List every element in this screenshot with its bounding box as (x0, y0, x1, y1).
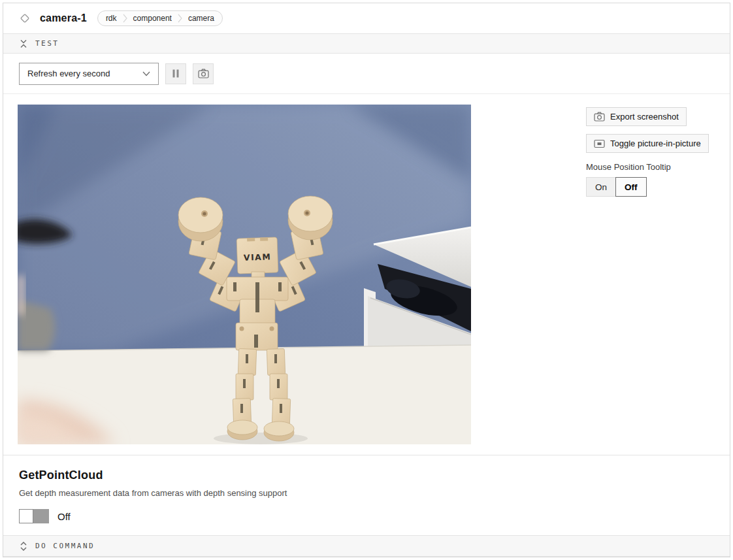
pause-icon (172, 69, 180, 78)
refresh-rate-select[interactable]: Refresh every second (19, 63, 159, 85)
picture-in-picture-icon (594, 139, 605, 148)
camera-icon (198, 69, 209, 78)
collapse-icon (20, 39, 27, 48)
export-screenshot-button[interactable]: Export screenshot (586, 107, 687, 126)
mouse-tooltip-toggle-group: On Off (586, 177, 647, 197)
chevron-down-icon (142, 71, 150, 76)
toggle-pip-label: Toggle picture-in-picture (610, 139, 701, 148)
breadcrumb-item-rdk: rdk (106, 14, 117, 23)
robot-hand-disc (178, 197, 223, 241)
toggle-knob (19, 509, 33, 523)
robot-hand-disc (288, 196, 333, 240)
toggle-pip-button[interactable]: Toggle picture-in-picture (586, 134, 709, 153)
pause-stream-button[interactable] (165, 63, 186, 84)
expand-icon (20, 542, 27, 551)
get-point-cloud-description: Get depth measurement data from cameras … (19, 488, 714, 498)
mouse-tooltip-off-button[interactable]: Off (615, 177, 647, 197)
camera-icon (594, 112, 605, 122)
breadcrumb-item-component: component (133, 14, 172, 23)
export-screenshot-label: Export screenshot (610, 112, 679, 122)
test-section-header[interactable]: TEST (3, 33, 730, 54)
point-cloud-toggle[interactable] (19, 509, 49, 523)
component-diamond-icon (19, 12, 31, 24)
breadcrumb-item-camera: camera (188, 14, 214, 23)
breadcrumb-separator-icon (123, 13, 127, 24)
test-section-label: TEST (35, 39, 59, 48)
breadcrumb-separator-icon (178, 13, 182, 24)
do-command-section-header[interactable]: DO COMMAND (3, 535, 730, 557)
snapshot-button[interactable] (193, 63, 214, 84)
mouse-tooltip-on-button[interactable]: On (586, 177, 616, 197)
viam-logo-text: VIAM (244, 252, 272, 262)
stream-controls-row: Refresh every second (3, 54, 730, 94)
robot-head: VIAM (236, 237, 278, 274)
get-point-cloud-title: GetPointCloud (19, 469, 714, 482)
point-cloud-toggle-state: Off (57, 511, 71, 522)
card-header: camera-1 rdk component camera (3, 3, 730, 33)
camera-stream[interactable]: VIAM (18, 105, 471, 444)
camera-component-card: camera-1 rdk component camera TEST Refre… (3, 3, 730, 557)
component-name: camera-1 (40, 12, 87, 24)
stream-tools: Export screenshot Toggle picture-in-pict… (586, 105, 714, 444)
do-command-section-label: DO COMMAND (35, 542, 95, 550)
mouse-tooltip-label: Mouse Position Tooltip (586, 162, 671, 172)
breadcrumb: rdk component camera (97, 10, 223, 26)
get-point-cloud-section: GetPointCloud Get depth measurement data… (3, 455, 730, 535)
refresh-rate-value: Refresh every second (27, 69, 110, 78)
test-section-body: VIAM (3, 94, 730, 455)
